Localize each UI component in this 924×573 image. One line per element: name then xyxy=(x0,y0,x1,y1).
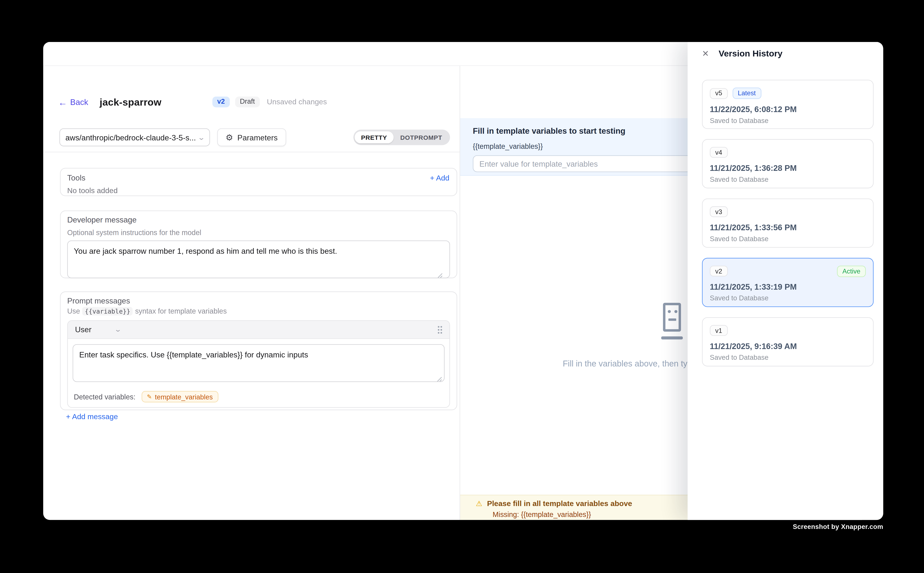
user-message-input[interactable]: Enter task specifics. Use {{template_var… xyxy=(73,344,445,382)
hint-suffix: syntax for template variables xyxy=(135,307,227,315)
version-card-v5[interactable]: v5Latest11/22/2025, 6:08:12 PMSaved to D… xyxy=(702,80,874,129)
chevron-down-icon: ⌄ xyxy=(198,133,205,141)
version-date: 11/21/2025, 1:36:28 PM xyxy=(710,164,866,173)
version-number-badge: v4 xyxy=(710,147,728,158)
unsaved-changes-label: Unsaved changes xyxy=(267,98,327,106)
version-number-badge: v1 xyxy=(710,325,728,336)
page-title: jack-sparrow xyxy=(100,96,161,108)
resize-handle-icon[interactable] xyxy=(437,377,442,382)
add-message-label: Add message xyxy=(72,413,118,421)
version-date: 11/21/2025, 1:33:56 PM xyxy=(710,223,866,232)
developer-message-input[interactable]: You are jack sparrow number 1, respond a… xyxy=(67,241,450,278)
version-saved-status: Saved to Database xyxy=(710,235,866,242)
detected-variables-label: Detected variables: xyxy=(74,393,135,401)
parameters-button[interactable]: ⚙ Parameters xyxy=(217,128,286,146)
stage: ← Back jack-sparrow v2 Draft Unsaved cha… xyxy=(0,0,924,573)
version-card-v2[interactable]: v2Active11/21/2025, 1:33:19 PMSaved to D… xyxy=(702,258,874,307)
developer-message-hint: Optional system instructions for the mod… xyxy=(67,229,450,237)
close-icon[interactable]: ✕ xyxy=(702,49,709,58)
version-saved-status: Saved to Database xyxy=(710,117,866,124)
version-number-badge: v5 xyxy=(710,88,728,99)
version-card-v1[interactable]: v111/21/2025, 9:16:39 AMSaved to Databas… xyxy=(702,317,874,366)
version-saved-status: Saved to Database xyxy=(710,354,866,361)
message-block: User ⌄ Enter task specifics. Use {{templ… xyxy=(67,320,450,408)
format-toggle-pretty[interactable]: PRETTY xyxy=(355,132,394,143)
warning-title: Please fill in all template variables ab… xyxy=(487,499,632,508)
version-number-badge: v2 xyxy=(710,266,728,276)
prompt-messages-card: Prompt messages Use {{variable}} syntax … xyxy=(60,291,457,410)
role-chevron-down-icon[interactable]: ⌄ xyxy=(115,326,122,333)
robot-icon xyxy=(659,303,685,341)
role-select-value: User xyxy=(75,325,91,334)
template-variable-name: template_variables xyxy=(155,393,213,400)
detected-variables-row: Detected variables: ✎ template_variables xyxy=(68,388,449,407)
active-badge: Active xyxy=(837,266,866,277)
format-toggle-dotprompt[interactable]: DOTPROMPT xyxy=(394,132,449,143)
version-card-v4[interactable]: v411/21/2025, 1:36:28 PMSaved to Databas… xyxy=(702,139,874,188)
tools-label: Tools xyxy=(67,173,85,182)
version-number-badge: v3 xyxy=(710,206,728,217)
drag-handle-icon[interactable] xyxy=(438,325,442,334)
app-window: ← Back jack-sparrow v2 Draft Unsaved cha… xyxy=(43,42,883,520)
prompt-messages-label: Prompt messages xyxy=(67,296,450,305)
version-card-v3[interactable]: v311/21/2025, 1:33:56 PMSaved to Databas… xyxy=(702,199,874,248)
developer-message-card: Developer message Optional system instru… xyxy=(60,211,457,278)
add-tool-button[interactable]: + Add xyxy=(430,174,449,182)
resize-handle-icon[interactable] xyxy=(438,273,443,278)
model-select[interactable]: aws/anthropic/bedrock-claude-3-5-s... ⌄ xyxy=(60,128,210,146)
back-arrow-icon: ← xyxy=(58,97,67,106)
version-date: 11/22/2025, 6:08:12 PM xyxy=(710,105,866,114)
draft-badge: Draft xyxy=(235,97,260,107)
pencil-icon: ✎ xyxy=(147,393,152,400)
template-variable-badge[interactable]: ✎ template_variables xyxy=(141,391,218,402)
version-saved-status: Saved to Database xyxy=(710,176,866,183)
latest-badge: Latest xyxy=(733,88,761,99)
version-list: v5Latest11/22/2025, 6:08:12 PMSaved to D… xyxy=(702,80,874,377)
back-button[interactable]: ← Back xyxy=(58,97,88,106)
prompt-messages-hint: Use {{variable}} syntax for template var… xyxy=(67,307,450,315)
hint-prefix: Use xyxy=(67,307,80,315)
format-toggle: PRETTY DOTPROMPT xyxy=(353,130,450,145)
back-label: Back xyxy=(70,97,88,106)
editor-toolbar: aws/anthropic/bedrock-claude-3-5-s... ⌄ … xyxy=(60,128,450,146)
model-select-value: aws/anthropic/bedrock-claude-3-5-s... xyxy=(65,133,198,142)
add-message-button[interactable]: + Add message xyxy=(66,413,118,421)
version-history-panel: ✕ Version History v5Latest11/22/2025, 6:… xyxy=(687,42,883,520)
version-saved-status: Saved to Database xyxy=(710,294,866,302)
message-block-header: User ⌄ xyxy=(68,321,449,339)
screenshot-caption: Screenshot by Xnapper.com xyxy=(0,523,883,530)
version-date: 11/21/2025, 9:16:39 AM xyxy=(710,342,866,351)
warning-icon: ⚠ xyxy=(476,499,482,508)
tools-empty-text: No tools added xyxy=(67,186,449,195)
version-history-title: Version History xyxy=(718,49,783,58)
version-date: 11/21/2025, 1:33:19 PM xyxy=(710,282,866,291)
toolbar-divider xyxy=(43,152,460,152)
parameters-label: Parameters xyxy=(237,133,278,142)
add-tool-label: Add xyxy=(436,174,449,182)
version-badge: v2 xyxy=(212,97,229,107)
tools-card: Tools + Add No tools added xyxy=(60,168,457,196)
gear-icon: ⚙ xyxy=(226,132,233,142)
variable-value-input[interactable] xyxy=(473,155,704,172)
variable-syntax-chip: {{variable}} xyxy=(82,307,133,315)
editor-header: ← Back jack-sparrow v2 Draft Unsaved cha… xyxy=(58,94,327,110)
developer-message-label: Developer message xyxy=(67,215,450,224)
